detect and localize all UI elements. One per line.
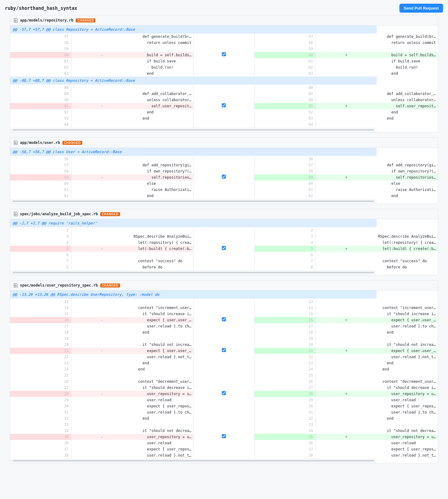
line-num-right: 7: [254, 258, 316, 264]
scroll-row[interactable]: [10, 128, 438, 132]
diff-row: 59- self.repositories.create(github_name…: [10, 174, 438, 180]
diff-row: 5656: [10, 156, 438, 162]
checkbox-cell: [194, 342, 255, 348]
scroll-row[interactable]: [10, 199, 438, 204]
sign-left: [71, 85, 133, 91]
sign-left: [71, 428, 133, 434]
checkbox-cell: [194, 168, 255, 174]
diff-container: app/models/repository.rbCHANGED@@ -57,7 …: [0, 15, 448, 476]
checkbox-cell: [194, 305, 255, 311]
code-right: expect { user.user_repositories.create(r…: [377, 317, 438, 323]
diff-row: 34 it "should not decrease if own is fal…: [10, 428, 438, 434]
checkbox-cell: [194, 227, 255, 233]
line-num-right: 61: [254, 187, 316, 193]
diff-row: 37 expect { user_repository.destroy37 ex…: [10, 446, 438, 452]
line-num-left: 17: [10, 323, 71, 329]
sign-left: [71, 354, 133, 360]
line-num-left: 58: [10, 168, 71, 174]
line-checkbox[interactable]: [222, 348, 226, 352]
diff-row: 58 if own_repository?(github_name) || or…: [10, 168, 438, 174]
sign-right: [316, 403, 377, 409]
file-header: app/models/repository.rbCHANGED: [10, 15, 438, 26]
sign-left: [71, 168, 133, 174]
code-left: end: [132, 415, 194, 422]
line-num-right: 56: [254, 156, 316, 162]
line-num-left: 20: [10, 342, 71, 348]
line-checkbox[interactable]: [222, 175, 226, 179]
code-left: [132, 46, 194, 52]
line-num-left: 26: [10, 378, 71, 385]
checkbox-cell: [194, 103, 255, 109]
code-left: it "should not increase if own is false"…: [132, 342, 194, 348]
line-num-left: 92: [10, 109, 71, 115]
line-num-right: 21: [254, 348, 316, 354]
checkbox-cell: [194, 180, 255, 187]
line-num-left: 58: [10, 40, 71, 46]
checkbox-cell: [194, 109, 255, 115]
sign-right: [316, 121, 377, 128]
sign-left: -: [71, 317, 133, 323]
code-left: user_repository = user.user_repositories…: [132, 434, 194, 440]
sign-right: [316, 227, 377, 233]
checkbox-cell: [194, 97, 255, 103]
code-right: user_repository = user.user_repositories…: [377, 391, 438, 397]
diff-row: 15 it "should increase if own is true" d…: [10, 311, 438, 317]
sign-right: [316, 440, 377, 446]
code-right: [377, 85, 438, 91]
code-left: context "success" do: [132, 258, 194, 264]
sign-left: [71, 378, 133, 385]
changed-badge: CHANGED: [76, 18, 95, 22]
code-left: user.reload }.not_to change(user, :own_r…: [132, 452, 194, 458]
scroll-row[interactable]: [10, 458, 438, 463]
send-pr-button[interactable]: Send Pull Request: [399, 4, 443, 13]
sign-left: [71, 193, 133, 199]
sign-right: [316, 409, 377, 415]
code-left: else: [132, 180, 194, 187]
checkbox-cell: [194, 240, 255, 246]
checkbox-cell: [194, 58, 255, 64]
line-num-right: 34: [254, 428, 316, 434]
sign-right: [316, 335, 377, 342]
line-checkbox[interactable]: [222, 103, 226, 107]
checkbox-cell: [194, 329, 255, 335]
line-num-left: 59: [10, 46, 71, 52]
sign-left: [71, 46, 133, 52]
line-checkbox[interactable]: [222, 317, 226, 321]
line-checkbox[interactable]: [222, 246, 226, 250]
line-checkbox[interactable]: [222, 391, 226, 395]
line-num-left: 30: [10, 403, 71, 409]
sign-left: [71, 342, 133, 348]
sign-right: [316, 180, 377, 187]
checkbox-cell: [194, 323, 255, 329]
sign-left: [71, 446, 133, 452]
code-right: [377, 252, 438, 258]
line-num-left: 15: [10, 311, 71, 317]
checkbox-cell: [194, 317, 255, 323]
diff-row: 32 end32 end: [10, 415, 438, 422]
code-left: end: [132, 193, 194, 199]
line-num-left: 89: [10, 91, 71, 97]
code-left: end: [132, 329, 194, 335]
code-left: expect { user.user_repositories.create(r…: [132, 348, 194, 354]
line-checkbox[interactable]: [222, 52, 226, 56]
diff-row: 90 unless collaborator_ids.include?(user…: [10, 97, 438, 103]
diff-row: 4 let(:repository) { create(:repository,…: [10, 240, 438, 246]
sign-right: [316, 162, 377, 168]
line-checkbox[interactable]: [222, 434, 226, 438]
code-left: context "increment_user_own_repositories…: [132, 305, 194, 311]
diff-row: 1919: [10, 335, 438, 342]
diff-row: 27 it "should decrease if own is true" d…: [10, 385, 438, 391]
code-right: [377, 335, 438, 342]
line-num-left: 8: [10, 264, 71, 270]
line-num-right: 62: [254, 64, 316, 70]
line-num-left: 62: [10, 193, 71, 199]
code-right: expect { user_repository.destroy: [377, 446, 438, 452]
sign-left: [71, 323, 133, 329]
line-num-right: 31: [254, 409, 316, 415]
line-num-left: 6: [10, 252, 71, 258]
diff-row: 17 user.reload }.to change(user, :own_re…: [10, 323, 438, 329]
scroll-row[interactable]: [10, 270, 438, 275]
code-right: it "should not decrease if own is false"…: [377, 428, 438, 434]
hunk-header-row: @@ -88,7 +88,7 @@ class Repository < Act…: [10, 77, 438, 85]
code-right: [377, 121, 438, 128]
